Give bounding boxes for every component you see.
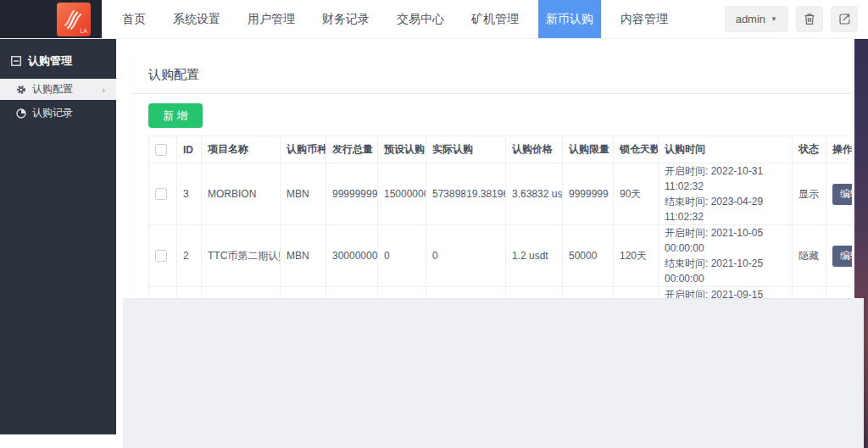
cell-coin: MBN <box>281 163 326 225</box>
trash-icon <box>804 13 815 25</box>
cell-select <box>149 287 177 299</box>
cell-id: 2 <box>177 225 202 287</box>
subscription-config-card: 认购配置 新 增 ID 项目名称 认购币种 发行总量 预设认购 <box>131 55 852 298</box>
cell-project-name: TCC币第一期认购 <box>202 287 281 299</box>
edit-button[interactable]: 编辑 <box>832 246 852 267</box>
cell-total: 30000000 <box>326 225 378 287</box>
tab-trade-center[interactable]: 交易中心 <box>389 0 452 38</box>
cell-lock-days: 90天 <box>614 287 659 299</box>
pie-records-icon <box>16 108 26 119</box>
cell-actual: 172200 <box>426 287 506 299</box>
content-background <box>123 298 864 448</box>
cell-coin: TTC <box>281 287 326 299</box>
table-header-row: ID 项目名称 认购币种 发行总量 预设认购 实际认购 认购价格 认购限量 锁仓… <box>149 136 853 163</box>
gear-icon <box>16 85 26 95</box>
chevron-right-icon: › <box>102 85 105 95</box>
sidebar-item-subscription-records[interactable]: 认购记录 <box>0 102 116 124</box>
header-price: 认购价格 <box>506 136 563 163</box>
brand-logo: LA <box>57 3 91 36</box>
cell-project-name: TTC币第二期认购 <box>202 225 281 287</box>
tab-content-management[interactable]: 内容管理 <box>613 0 676 38</box>
tab-finance-records[interactable]: 财务记录 <box>314 0 377 38</box>
cell-price: 0.1 usdt <box>506 287 563 299</box>
cell-time: 开启时间: 2021-09-15 00:00:00 结束时间: 2021-09-… <box>659 287 793 299</box>
cell-total: 20000000 <box>326 287 378 299</box>
admin-page: LA 首页 系统设置 用户管理 财务记录 交易中心 矿机管理 新币认购 内容管理… <box>0 0 868 448</box>
sidebar-group-title: 认购管理 <box>28 53 72 69</box>
header-limit: 认购限量 <box>563 136 614 163</box>
header-id: ID <box>177 136 202 163</box>
cell-id: 3 <box>177 163 202 225</box>
cell-preset: 15000000 <box>378 163 426 225</box>
header-time: 认购时间 <box>659 136 793 163</box>
export-icon <box>838 13 851 25</box>
cell-actual: 0 <box>426 225 506 287</box>
add-button[interactable]: 新 增 <box>148 103 203 128</box>
top-navbar: LA 首页 系统设置 用户管理 财务记录 交易中心 矿机管理 新币认购 内容管理… <box>0 0 868 39</box>
header-coin: 认购币种 <box>281 136 326 163</box>
select-all-checkbox[interactable] <box>155 144 167 156</box>
table-row: 1 TCC币第一期认购 TTC 20000000 1000000 172200 … <box>149 287 853 299</box>
edit-button[interactable]: 编辑 <box>832 184 852 205</box>
admin-username: admin <box>736 13 765 25</box>
table-row: 3 MORBION MBN 999999999 15000000 5738981… <box>149 163 853 225</box>
cell-id: 1 <box>177 287 202 299</box>
time-end: 结束时间: 2021-10-25 00:00:00 <box>665 256 786 286</box>
header-status: 状态 <box>793 136 826 163</box>
tab-miner-management[interactable]: 矿机管理 <box>464 0 526 38</box>
sidebar-item-subscription-config[interactable]: 认购配置 › <box>0 79 116 100</box>
header-lock-days: 锁仓天数 <box>614 136 659 163</box>
tab-home[interactable]: 首页 <box>114 0 153 38</box>
header-actual: 实际认购 <box>426 136 506 163</box>
cell-total: 999999999 <box>326 163 378 225</box>
admin-dropdown[interactable]: admin ▼ <box>725 6 788 32</box>
export-button[interactable] <box>831 6 858 32</box>
sidebar-item-label: 认购记录 <box>32 106 73 120</box>
cell-select <box>149 163 177 225</box>
header-total-issue: 发行总量 <box>326 136 378 163</box>
header-select-all <box>149 136 177 163</box>
cell-lock-days: 90天 <box>614 163 659 225</box>
trash-button[interactable] <box>796 6 823 32</box>
time-start: 开启时间: 2021-10-05 00:00:00 <box>665 225 786 256</box>
logo-text: LA <box>80 28 87 34</box>
header-project-name: 项目名称 <box>202 136 281 163</box>
logo-zone: LA <box>0 0 102 38</box>
tab-system-settings[interactable]: 系统设置 <box>165 0 228 38</box>
cell-actions: 编辑 <box>826 287 853 299</box>
page-title: 认购配置 <box>131 55 852 94</box>
cell-actions: 编辑 <box>826 163 853 225</box>
header-preset: 预设认购 <box>378 136 426 163</box>
cell-price: 3.63832 usdt <box>506 163 563 225</box>
cell-limit: 10000 <box>563 287 614 299</box>
cell-preset: 0 <box>378 225 426 287</box>
cell-status: 隐藏 <box>793 287 826 299</box>
sidebar: 认购管理 认购配置 › 认购记录 <box>0 39 116 434</box>
cell-limit: 50000 <box>563 225 614 287</box>
subscription-table: ID 项目名称 认购币种 发行总量 预设认购 实际认购 认购价格 认购限量 锁仓… <box>148 136 852 298</box>
tab-user-management[interactable]: 用户管理 <box>240 0 303 38</box>
tab-new-coin-subscription[interactable]: 新币认购 <box>538 0 601 38</box>
sidebar-item-label: 认购配置 <box>32 82 73 97</box>
cell-price: 1.2 usdt <box>506 225 563 287</box>
cell-preset: 1000000 <box>378 287 426 299</box>
sidebar-group-subscription-management[interactable]: 认购管理 <box>0 39 116 79</box>
cell-actions: 编辑 <box>826 225 853 287</box>
time-end: 结束时间: 2023-04-29 11:02:32 <box>665 194 786 224</box>
row-checkbox[interactable] <box>155 188 167 200</box>
cell-time: 开启时间: 2022-10-31 11:02:32 结束时间: 2023-04-… <box>659 163 793 225</box>
chevron-down-icon: ▼ <box>771 15 777 23</box>
cell-limit: 9999999 <box>563 163 614 225</box>
table-row: 2 TTC币第二期认购 MBN 30000000 0 0 1.2 usdt 50… <box>149 225 853 287</box>
cell-lock-days: 120天 <box>614 225 659 287</box>
subscription-table-wrap: ID 项目名称 认购币种 发行总量 预设认购 实际认购 认购价格 认购限量 锁仓… <box>148 136 835 298</box>
row-checkbox[interactable] <box>155 250 167 262</box>
collapse-minus-icon <box>11 56 21 66</box>
header-actions: 操作 <box>826 136 853 163</box>
cell-time: 开启时间: 2021-10-05 00:00:00 结束时间: 2021-10-… <box>659 225 793 287</box>
cell-project-name: MORBION <box>202 163 281 225</box>
time-start: 开启时间: 2021-09-15 00:00:00 <box>665 287 786 298</box>
cell-actual: 57389819.381968 <box>426 163 506 225</box>
topbar-actions: admin ▼ <box>725 0 868 38</box>
cell-select <box>149 225 177 287</box>
